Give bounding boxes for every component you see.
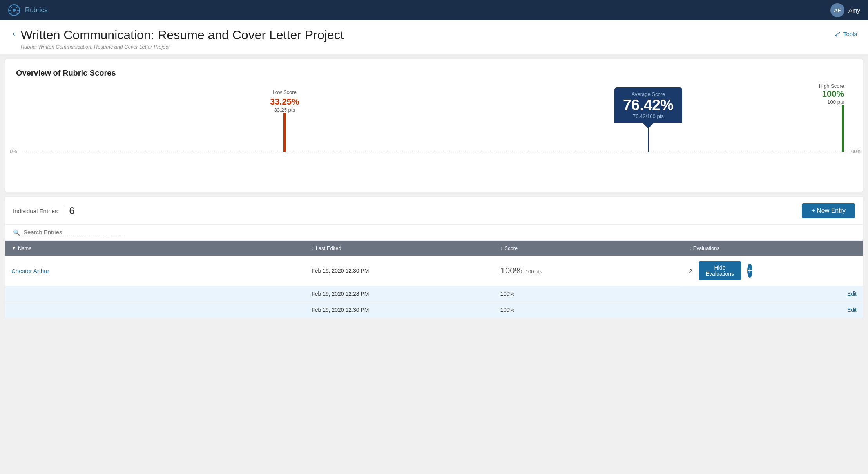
tools-label: Tools xyxy=(843,31,857,37)
page-title-group: Written Communication: Resume and Cover … xyxy=(21,27,344,50)
chart-baseline xyxy=(24,152,844,152)
low-score-pts: 33.25 pts xyxy=(274,107,295,113)
table-row-sub-2: Feb 19, 2020 12:30 PM 100% Edit xyxy=(5,302,863,318)
svg-line-9 xyxy=(10,13,12,14)
sub-score-cell: 100% xyxy=(494,286,683,302)
entries-table: ▼ Name ↕ Last Edited ↕ Score xyxy=(5,241,863,318)
entry-score-cell: 100% 100 pts xyxy=(494,256,683,286)
edit-link-1[interactable]: Edit xyxy=(847,307,857,313)
app-logo-icon xyxy=(8,4,20,16)
svg-line-8 xyxy=(16,6,18,8)
nav-app-title: Rubrics xyxy=(25,6,48,14)
high-score-pts: 100 pts xyxy=(827,99,844,105)
sub-name-cell xyxy=(5,286,305,302)
entries-section: Individual Entries 6 + New Entry 🔍 ▼ Nam… xyxy=(5,197,863,318)
entries-count-group: Individual Entries 6 xyxy=(13,205,75,217)
search-input[interactable] xyxy=(24,229,118,235)
high-score-group: High Score 100% 100 pts xyxy=(819,83,844,105)
entry-name-link[interactable]: Chester Arthur xyxy=(11,268,49,274)
entries-header: Individual Entries 6 + New Entry xyxy=(5,197,863,225)
entry-date-cell: Feb 19, 2020 12:30 PM xyxy=(305,256,494,286)
table-row: Chester Arthur Feb 19, 2020 12:30 PM 100… xyxy=(5,256,863,286)
table-row-sub: Feb 19, 2020 12:28 PM 100% Edit xyxy=(5,286,863,302)
low-score-marker: Low Score 33.25% 33.25 pts xyxy=(270,89,299,152)
user-name: Amy xyxy=(848,7,860,14)
breadcrumb: Rubric: Written Communication: Resume an… xyxy=(21,44,344,50)
low-score-bar xyxy=(283,113,286,152)
entries-divider xyxy=(63,205,63,216)
add-evaluation-button[interactable]: + xyxy=(747,264,752,278)
sort-icon-score: ↕ xyxy=(500,245,503,251)
page-title: Written Communication: Resume and Cover … xyxy=(21,27,344,42)
search-underline xyxy=(24,229,125,236)
column-header-name: ▼ Name xyxy=(5,241,305,256)
hundred-label: 100% xyxy=(848,148,861,154)
sub-date-cell-2: Feb 19, 2020 12:30 PM xyxy=(305,302,494,318)
eval-count: 2 xyxy=(689,268,692,274)
sub-score-pct-2: 100% xyxy=(500,307,515,313)
high-score-bar xyxy=(842,105,844,152)
score-percent: 100% xyxy=(500,266,522,275)
sub-date-cell: Feb 19, 2020 12:28 PM xyxy=(305,286,494,302)
low-score-label: Low Score xyxy=(272,89,296,95)
new-entry-button[interactable]: + New Entry xyxy=(802,203,855,218)
avg-score-line xyxy=(648,128,649,152)
avg-score-badge-title: Average Score xyxy=(623,91,674,97)
page-header-left: ‹ Written Communication: Resume and Cove… xyxy=(11,27,344,50)
sort-icon-date: ↕ xyxy=(312,245,314,251)
tools-button[interactable]: Tools xyxy=(835,31,857,37)
sort-icon-eval: ↕ xyxy=(689,245,692,251)
user-avatar: AF xyxy=(830,3,844,17)
entries-table-body: Chester Arthur Feb 19, 2020 12:30 PM 100… xyxy=(5,256,863,318)
back-button[interactable]: ‹ xyxy=(11,29,17,38)
overview-section: Overview of Rubric Scores 0% 100% Low Sc… xyxy=(5,59,863,192)
high-score-marker: High Score 100% 100 pts xyxy=(819,83,844,152)
tools-icon xyxy=(835,31,841,37)
sort-down-icon: ▼ xyxy=(11,245,16,251)
sub-eval-cell-2: Edit xyxy=(683,302,863,318)
overview-title: Overview of Rubric Scores xyxy=(16,69,852,78)
column-header-evaluations: ↕ Evaluations xyxy=(683,241,863,256)
sub-score-pct: 100% xyxy=(500,291,515,297)
svg-point-1 xyxy=(13,9,16,12)
entries-count: 6 xyxy=(69,205,74,217)
hide-evaluations-button[interactable]: Hide Evaluations xyxy=(699,261,741,280)
svg-line-7 xyxy=(16,13,18,14)
top-navigation: Rubrics AF Amy xyxy=(0,0,868,20)
entry-eval-cell: 2 Hide Evaluations + xyxy=(683,256,721,286)
svg-line-6 xyxy=(10,6,12,8)
score-pts: 100 pts xyxy=(526,269,542,275)
search-icon: 🔍 xyxy=(13,229,20,236)
table-header: ▼ Name ↕ Last Edited ↕ Score xyxy=(5,241,863,256)
chart-area: 0% 100% Low Score 33.25% 33.25 pts Avera… xyxy=(24,89,844,175)
column-header-score: ↕ Score xyxy=(494,241,683,256)
entry-name-cell: Chester Arthur xyxy=(5,256,305,286)
avg-score-badge-percent: 76.42% xyxy=(623,97,674,114)
edit-link-0[interactable]: Edit xyxy=(847,291,857,297)
high-score-label: High Score xyxy=(819,83,844,89)
nav-right: AF Amy xyxy=(830,3,860,17)
entries-search: 🔍 xyxy=(5,225,863,241)
sub-score-cell-2: 100% xyxy=(494,302,683,318)
sub-eval-cell: Edit xyxy=(683,286,863,302)
low-score-percent: 33.25% xyxy=(270,97,299,107)
nav-left: Rubrics xyxy=(8,4,48,16)
entries-label: Individual Entries xyxy=(13,208,58,214)
sub-name-cell-2 xyxy=(5,302,305,318)
page-header: ‹ Written Communication: Resume and Cove… xyxy=(0,20,868,54)
column-header-last-edited: ↕ Last Edited xyxy=(305,241,494,256)
avg-score-marker: Average Score 76.42% 76.42/100 pts xyxy=(614,87,682,152)
zero-label: 0% xyxy=(10,148,17,154)
avg-score-badge-pts: 76.42/100 pts xyxy=(623,113,674,119)
high-score-percent: 100% xyxy=(822,89,844,99)
avg-score-badge: Average Score 76.42% 76.42/100 pts xyxy=(614,87,682,123)
